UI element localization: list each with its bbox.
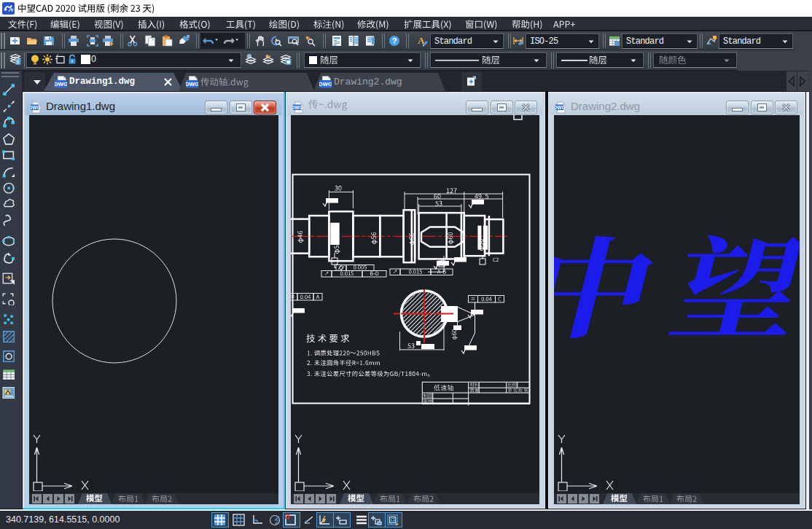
svg-text:DWG: DWG bbox=[292, 105, 302, 110]
svg-text:DWG: DWG bbox=[186, 81, 198, 87]
svg-text:DWG: DWG bbox=[30, 105, 40, 110]
svg-text:DWG: DWG bbox=[55, 81, 67, 87]
svg-text:DWG: DWG bbox=[319, 81, 332, 87]
svg-text:?: ? bbox=[392, 36, 397, 45]
svg-text:DWG: DWG bbox=[555, 105, 565, 110]
